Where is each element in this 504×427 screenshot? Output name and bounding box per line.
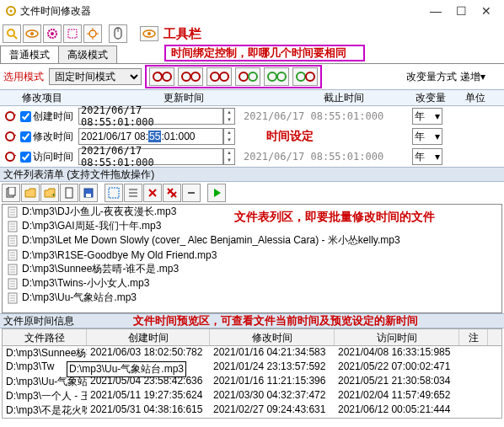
row-access-time: 访问时间 2021/06/17 08:55:01:000 ▲▼ 2021/06/…: [0, 147, 504, 167]
th-note[interactable]: 注: [459, 329, 488, 345]
table-head: 文件路径 创建时间 修改时间 访问时间 注: [3, 329, 501, 346]
minus-icon[interactable]: [182, 184, 201, 202]
list-item[interactable]: D:\mp3\Twins-小小女人.mp3: [3, 276, 501, 291]
modify-datetime[interactable]: 2021/06/17 08:55:01:000: [78, 128, 223, 145]
create-unit[interactable]: 年▾: [412, 108, 442, 125]
play-icon[interactable]: [207, 184, 226, 202]
change-mode-label: 改变量方式: [406, 70, 457, 84]
create-label: 创建时间: [33, 109, 78, 124]
bind-btn-3[interactable]: [206, 67, 232, 86]
file-icon: [8, 249, 19, 261]
close-all-icon[interactable]: [163, 184, 181, 202]
eye-icon[interactable]: [23, 24, 41, 43]
modify-unit[interactable]: 年▾: [412, 128, 442, 145]
svg-point-32: [6, 152, 14, 161]
bind-btn-2[interactable]: [178, 67, 203, 86]
th-at[interactable]: 访问时间: [335, 329, 459, 345]
file-icon: [8, 235, 19, 247]
file-toolbar: +: [0, 182, 504, 204]
hdr-unit: 单位: [457, 91, 494, 105]
create-checkbox[interactable]: [20, 111, 31, 122]
file-icon: [8, 206, 19, 218]
modify-label: 修改时间: [33, 130, 78, 144]
main-toolbar: 工具栏: [0, 22, 504, 45]
svg-point-5: [30, 32, 34, 35]
tab-advanced[interactable]: 高级模式: [58, 45, 117, 63]
svg-point-24: [239, 72, 248, 81]
bind-btn-5[interactable]: [264, 67, 289, 86]
file-path: D:\mp3\R1SE-Goodbye My Old Friend.mp3: [22, 249, 217, 261]
save-icon[interactable]: [79, 184, 98, 202]
file-list[interactable]: 文件表列区，即要批量修改时间的文件 D:\mp3\DJ小鱼儿-夜夜夜漫长.mp3…: [2, 204, 502, 313]
change-mode-select[interactable]: 递增▾: [460, 70, 501, 84]
svg-text:+: +: [51, 191, 56, 199]
window-title: 文件时间修改器: [20, 4, 91, 19]
list-icon[interactable]: [124, 184, 142, 202]
bind-btn-6[interactable]: [292, 67, 318, 86]
mode-label: 选用模式: [3, 70, 44, 84]
table-row[interactable]: D:\mp3\不是花火呀-12021/05/31 04:38:16:615202…: [3, 403, 501, 418]
close-file-icon[interactable]: [143, 184, 162, 202]
file-path: D:\mp3\Sunnee杨芸晴-谁不是.mp3: [22, 262, 179, 276]
list-item[interactable]: D:\mp3\Sunnee杨芸晴-谁不是.mp3: [3, 262, 501, 276]
create-spin[interactable]: ▲▼: [223, 108, 235, 125]
row-create-time: 创建时间 2021/06/17 08:55:01:000 ▲▼ 2021/06/…: [0, 106, 504, 126]
hdr-cutoff: 截止时间: [282, 91, 405, 105]
copy-icon[interactable]: [2, 184, 20, 202]
preview-table: 文件路径 创建时间 修改时间 访问时间 注 D:\mp3\Sunnee杨芸202…: [2, 328, 502, 419]
svg-point-31: [6, 132, 14, 141]
svg-point-25: [249, 72, 257, 81]
svg-point-27: [277, 72, 286, 81]
bind-btn-4[interactable]: [235, 67, 260, 86]
sparkle-icon[interactable]: [83, 24, 102, 43]
svg-point-7: [51, 32, 54, 35]
tab-basic[interactable]: 普通模式: [0, 45, 59, 63]
list-item[interactable]: D:\mp3\R1SE-Goodbye My Old Friend.mp3: [3, 248, 501, 262]
access-spin[interactable]: ▲▼: [223, 148, 235, 165]
list-item[interactable]: D:\mp3\Let Me Down Slowly (cover_ Alec B…: [3, 233, 501, 248]
close-button[interactable]: ✕: [474, 3, 499, 19]
access-unit[interactable]: 年▾: [412, 148, 442, 165]
svg-point-1: [10, 10, 13, 13]
zoom-icon[interactable]: [3, 24, 21, 43]
list-item[interactable]: D:\mp3\Uu-气象站台.mp3: [3, 291, 501, 305]
create-datetime[interactable]: 2021/06/17 08:55:01:000: [78, 108, 223, 125]
doc-icon[interactable]: [60, 184, 78, 202]
svg-point-23: [220, 72, 228, 81]
refresh-icon[interactable]: [3, 109, 17, 123]
table-row[interactable]: D:\mp3\Sunnee杨芸2021/06/03 18:02:50:78220…: [3, 346, 501, 360]
file-icon: [8, 278, 19, 290]
svg-point-22: [211, 72, 219, 81]
toolbar-annotation: 工具栏: [164, 26, 201, 42]
access-datetime[interactable]: 2021/06/17 08:55:01:000: [78, 148, 223, 165]
refresh-icon[interactable]: [3, 150, 17, 163]
folder-add-icon[interactable]: +: [40, 184, 59, 202]
maximize-button[interactable]: ☐: [448, 3, 474, 19]
row-modify-time: 修改时间 2021/06/17 08:55:01:000 ▲▼ 时间设定 202…: [0, 126, 504, 147]
mode-select[interactable]: 固定时间模式: [49, 68, 142, 85]
preview-header: 文件原时间信息 文件时间预览区，可查看文件当前时间及预览设定的新时间: [0, 313, 504, 328]
select-icon[interactable]: [63, 24, 82, 43]
path-tooltip: D:\mp3\Uu-气象站台.mp3: [67, 361, 186, 377]
file-icon: [8, 221, 19, 232]
svg-point-26: [268, 72, 276, 81]
svg-rect-8: [68, 29, 77, 38]
modify-spin[interactable]: ▲▼: [223, 128, 235, 145]
table-row[interactable]: D:\mp3\一个人 - 王袁2021/05/11 19:27:35:62420…: [3, 389, 501, 403]
select-all-icon[interactable]: [105, 184, 123, 202]
svg-point-28: [297, 72, 305, 81]
mouse-icon[interactable]: [109, 24, 127, 43]
th-ct[interactable]: 创建时间: [87, 329, 210, 345]
preview-icon[interactable]: [140, 26, 158, 41]
time-set-annotation: 时间设定: [266, 129, 314, 144]
gear-icon[interactable]: [43, 24, 62, 43]
th-mt[interactable]: 修改时间: [210, 329, 335, 345]
minimize-button[interactable]: —: [423, 3, 448, 19]
access-checkbox[interactable]: [20, 152, 31, 163]
bind-btn-1[interactable]: [149, 67, 174, 86]
modify-checkbox[interactable]: [20, 131, 31, 142]
th-path[interactable]: 文件路径: [3, 329, 87, 345]
folder-open-icon[interactable]: [21, 184, 40, 202]
file-path: D:\mp3\GAI周延-我们十年.mp3: [22, 219, 161, 233]
refresh-icon[interactable]: [3, 130, 17, 143]
